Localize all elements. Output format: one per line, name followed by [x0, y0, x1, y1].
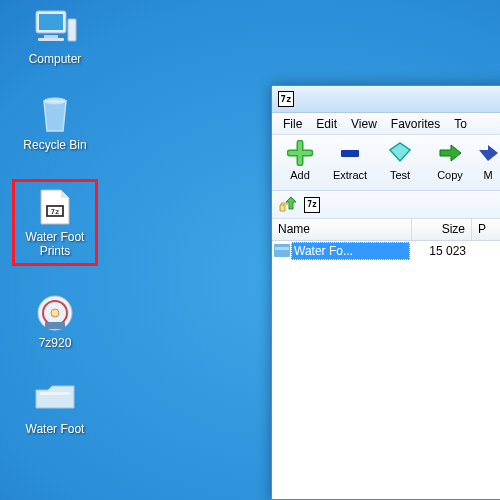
plus-icon — [286, 139, 314, 167]
desktop-icon-label: Computer — [29, 52, 82, 66]
desktop-icon-label: Water Foot — [26, 422, 85, 436]
desktop-icon-water-foot-partial[interactable]: Water Foot — [12, 376, 98, 438]
svg-point-5 — [44, 98, 66, 104]
address-folder-icon: 7z — [304, 197, 320, 213]
7-zip-window: 7z File Edit View Favorites To Add Extra… — [271, 85, 500, 500]
test-button[interactable]: Test — [378, 139, 422, 188]
desktop-icon-area: Computer Recycle Bin 7z Water Foot Print… — [12, 6, 122, 462]
file-list-header: Name Size P — [272, 219, 500, 241]
file-7z-icon: 7z — [31, 186, 79, 228]
svg-rect-13 — [341, 150, 359, 157]
svg-rect-1 — [39, 14, 63, 30]
app-icon-7z: 7z — [278, 91, 294, 107]
desktop-icon-recycle-bin[interactable]: Recycle Bin — [12, 92, 98, 154]
svg-rect-15 — [275, 247, 289, 250]
recycle-bin-icon — [31, 94, 79, 136]
move-button[interactable]: M — [478, 139, 498, 188]
svg-rect-14 — [274, 244, 290, 257]
desktop-icon-7z920[interactable]: 7z920 — [12, 290, 98, 352]
menubar: File Edit View Favorites To — [272, 113, 500, 135]
svg-text:7z: 7z — [51, 208, 59, 216]
arrow-right-icon — [474, 139, 500, 167]
svg-rect-4 — [68, 19, 76, 41]
folder-icon — [273, 243, 290, 258]
desktop-icon-water-foot-prints[interactable]: 7z Water Foot Prints — [12, 179, 98, 266]
menu-tools[interactable]: To — [447, 115, 474, 133]
minus-icon — [336, 139, 364, 167]
file-name-cell: Water Fo... — [291, 242, 410, 260]
file-list[interactable]: Water Fo... 15 023 — [272, 241, 500, 491]
svg-rect-3 — [38, 38, 64, 41]
svg-rect-2 — [44, 35, 58, 38]
column-header-size[interactable]: Size — [412, 219, 472, 240]
desktop-icon-label: 7z920 — [39, 336, 72, 350]
toolbar-label: Add — [290, 169, 310, 181]
menu-file[interactable]: File — [276, 115, 309, 133]
desktop-icon-label: Recycle Bin — [23, 138, 86, 152]
toolbar-label: M — [483, 169, 492, 181]
toolbar: Add Extract Test Copy — [272, 135, 500, 191]
svg-rect-11 — [45, 322, 65, 329]
toolbar-label: Extract — [333, 169, 367, 181]
file-size-cell: 15 023 — [410, 243, 472, 259]
menu-edit[interactable]: Edit — [309, 115, 344, 133]
add-button[interactable]: Add — [278, 139, 322, 188]
desktop-icon-computer[interactable]: Computer — [12, 6, 98, 68]
toolbar-label: Copy — [437, 169, 463, 181]
menu-view[interactable]: View — [344, 115, 384, 133]
installer-icon — [31, 292, 79, 334]
addressbar: 7z — [272, 191, 500, 219]
folder-icon — [31, 378, 79, 420]
computer-icon — [31, 8, 79, 50]
toolbar-label: Test — [390, 169, 410, 181]
extract-button[interactable]: Extract — [328, 139, 372, 188]
table-row[interactable]: Water Fo... 15 023 — [272, 241, 500, 260]
column-header-packed[interactable]: P — [472, 219, 500, 240]
copy-button[interactable]: Copy — [428, 139, 472, 188]
svg-rect-12 — [40, 392, 70, 395]
menu-favorites[interactable]: Favorites — [384, 115, 447, 133]
titlebar[interactable]: 7z — [272, 86, 500, 113]
desktop-icon-label: Water Foot Prints — [17, 230, 93, 259]
arrow-right-icon — [436, 139, 464, 167]
column-header-name[interactable]: Name — [272, 219, 412, 240]
svg-point-10 — [51, 309, 59, 317]
up-folder-button[interactable] — [278, 196, 296, 214]
check-icon — [386, 139, 414, 167]
